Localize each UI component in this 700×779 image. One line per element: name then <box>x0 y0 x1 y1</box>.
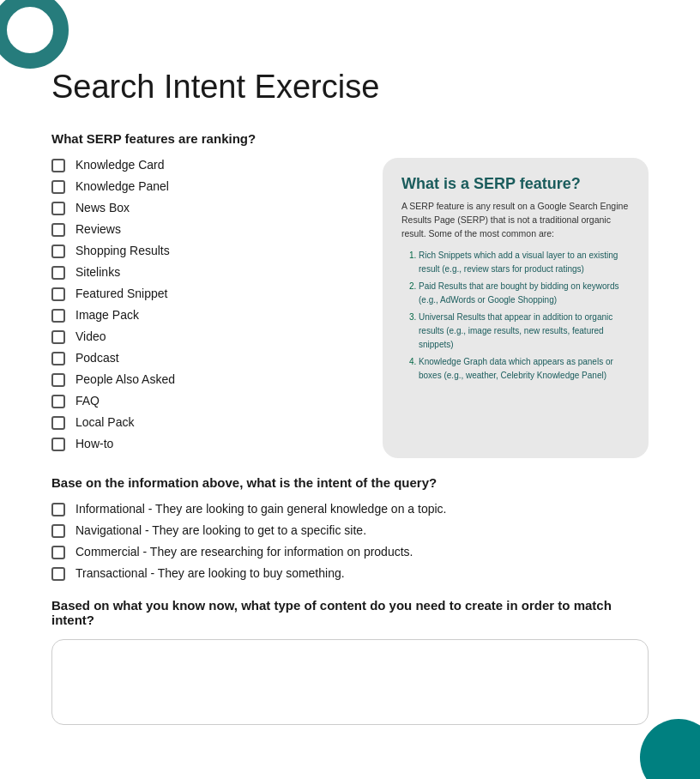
checkbox-icon[interactable] <box>51 524 65 538</box>
checkbox-icon[interactable] <box>51 287 65 301</box>
deco-circle-icon <box>0 0 69 69</box>
list-item: Transactional - They are looking to buy … <box>51 566 649 581</box>
list-item: News Box <box>51 201 357 215</box>
list-item: Knowledge Card <box>51 158 357 172</box>
list-item: Featured Snippet <box>51 287 357 301</box>
serp-card-title: What is a SERP feature? <box>401 175 630 193</box>
checkbox-icon[interactable] <box>51 416 65 430</box>
page-title: Search Intent Exercise <box>51 69 649 106</box>
checkbox-icon[interactable] <box>51 309 65 323</box>
list-item: Reviews <box>51 222 357 237</box>
list-item: FAQ <box>51 394 357 408</box>
checkbox-icon[interactable] <box>51 266 65 280</box>
checkbox-icon[interactable] <box>51 503 65 516</box>
serp-two-col: Knowledge CardKnowledge PanelNews BoxRev… <box>51 158 649 458</box>
list-item: Rich Snippets which add a visual layer t… <box>419 249 630 276</box>
list-item: How-to <box>51 437 357 451</box>
list-item: Paid Results that are bought by bidding … <box>419 280 630 307</box>
checkbox-icon[interactable] <box>51 395 65 408</box>
deco-circle-br-icon <box>640 719 700 779</box>
deco-top-left <box>0 0 69 69</box>
list-item: Commercial - They are researching for in… <box>51 545 649 559</box>
checkbox-icon[interactable] <box>51 159 65 172</box>
checkbox-icon[interactable] <box>51 180 65 194</box>
serp-checklist: Knowledge CardKnowledge PanelNews BoxRev… <box>51 158 357 458</box>
checkbox-icon[interactable] <box>51 567 65 581</box>
list-item: Universal Results that appear in additio… <box>419 311 630 352</box>
content-answer-box[interactable] <box>51 639 649 725</box>
intent-question: Base on the information above, what is t… <box>51 475 649 490</box>
checkbox-icon[interactable] <box>51 202 65 215</box>
serp-info-card: What is a SERP feature? A SERP feature i… <box>383 158 649 458</box>
checkbox-icon[interactable] <box>51 245 65 258</box>
serp-question: What SERP features are ranking? <box>51 131 649 146</box>
list-item: Informational - They are looking to gain… <box>51 502 649 516</box>
serp-card-intro: A SERP feature is any result on a Google… <box>401 200 630 240</box>
checkbox-icon[interactable] <box>51 438 65 451</box>
content-question: Based on what you know now, what type of… <box>51 598 649 627</box>
list-item: Podcast <box>51 351 357 365</box>
checkbox-icon[interactable] <box>51 546 65 559</box>
list-item: Knowledge Graph data which appears as pa… <box>419 355 630 383</box>
checkbox-icon[interactable] <box>51 373 65 387</box>
checkbox-icon[interactable] <box>51 352 65 365</box>
list-item: Shopping Results <box>51 244 357 258</box>
list-item: Navigational - They are looking to get t… <box>51 523 649 538</box>
list-item: Image Pack <box>51 308 357 323</box>
list-item: Knowledge Panel <box>51 179 357 194</box>
page-container: Search Intent Exercise What SERP feature… <box>0 0 700 779</box>
checkbox-icon[interactable] <box>51 330 65 344</box>
list-item: Local Pack <box>51 415 357 430</box>
intent-checklist: Informational - They are looking to gain… <box>51 502 649 581</box>
serp-card-list: Rich Snippets which add a visual layer t… <box>401 249 630 383</box>
list-item: People Also Asked <box>51 372 357 387</box>
list-item: Sitelinks <box>51 265 357 280</box>
list-item: Video <box>51 329 357 344</box>
checkbox-icon[interactable] <box>51 223 65 237</box>
